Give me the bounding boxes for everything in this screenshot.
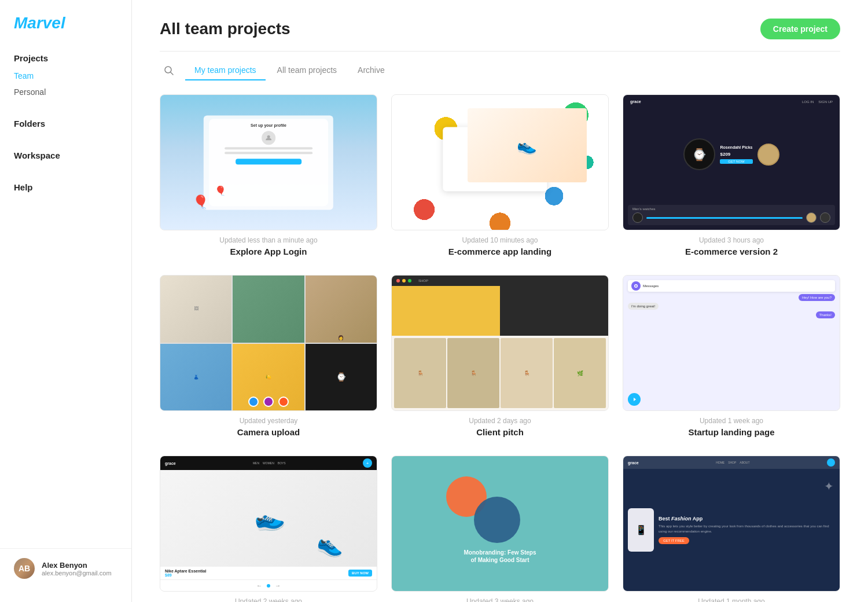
project-updated: Updated 10 minutes ago bbox=[462, 236, 538, 244]
project-updated: Updated 1 month ago bbox=[698, 597, 764, 602]
tab-archive[interactable]: Archive bbox=[348, 61, 394, 80]
svg-point-4 bbox=[635, 285, 637, 287]
tabs-bar: My team projects All team projects Archi… bbox=[132, 52, 868, 80]
project-updated: Updated 3 hours ago bbox=[699, 236, 764, 244]
project-card[interactable]: grace MENWOMENBOYS + 👟 👟 Nike Aptare Ess… bbox=[160, 456, 377, 602]
avatar-initials: AB bbox=[14, 558, 35, 579]
project-updated: Updated 2 days ago bbox=[469, 417, 531, 425]
tab-my-team-projects[interactable]: My team projects bbox=[185, 61, 266, 80]
project-updated: Updated 3 weeks ago bbox=[466, 597, 534, 602]
project-updated: Updated less than a minute ago bbox=[219, 236, 317, 244]
tab-all-team-projects[interactable]: All team projects bbox=[268, 61, 346, 80]
search-icon bbox=[164, 65, 174, 76]
project-thumbnail: grace LOG IN SIGN UP ⌚ Rosendahl Picks $… bbox=[623, 94, 840, 230]
project-name: Client pitch bbox=[476, 427, 524, 437]
project-updated: Updated 1 week ago bbox=[700, 417, 763, 425]
project-card[interactable]: 🖼 👩 👗 🍋 ⌚ Updated yesterday Camera uploa… bbox=[160, 275, 377, 437]
project-thumbnail: grace MENWOMENBOYS + 👟 👟 Nike Aptare Ess… bbox=[160, 456, 377, 592]
svg-line-1 bbox=[171, 72, 173, 75]
main-content: All team projects Create project My team… bbox=[132, 0, 868, 602]
svg-marker-5 bbox=[634, 398, 636, 401]
projects-nav-group: Projects Team Personal bbox=[0, 51, 131, 100]
project-updated: Updated 2 weeks ago bbox=[235, 597, 302, 602]
project-card[interactable]: Messages Hey! How are you? I'm doing gre… bbox=[623, 275, 840, 437]
user-info: Alex Benyon alex.benyon@gmail.com bbox=[42, 561, 117, 577]
project-thumbnail: 🖼 👩 👗 🍋 ⌚ bbox=[160, 275, 377, 411]
projects-label: Projects bbox=[0, 53, 131, 63]
project-card[interactable]: Set up your profile 🎈 🎈 Updated less tha… bbox=[160, 94, 377, 256]
search-icon-btn[interactable] bbox=[160, 61, 178, 80]
sidebar: Marvel Projects Team Personal Folders Wo… bbox=[0, 0, 132, 602]
project-name: E-commerce version 2 bbox=[685, 247, 778, 256]
projects-scroll: Set up your profile 🎈 🎈 Updated less tha… bbox=[132, 80, 868, 602]
project-name: Camera upload bbox=[237, 427, 300, 437]
project-card[interactable]: grace HOMESHOPABOUT 📱 Best Fashion App T… bbox=[623, 456, 840, 602]
project-card[interactable]: SHOP 🪑 🪑 🪑 🌿 Updated 2 days ago Client p… bbox=[391, 275, 609, 437]
project-card[interactable]: Six Lee Color Shoes $ 28! BUY NOW 👟 Upda… bbox=[391, 94, 609, 256]
sidebar-item-personal[interactable]: Personal bbox=[0, 84, 131, 100]
sidebar-item-team[interactable]: Team bbox=[0, 68, 131, 84]
project-thumbnail: SHOP 🪑 🪑 🪑 🌿 bbox=[391, 275, 609, 411]
help-label: Help bbox=[0, 173, 131, 196]
workspace-nav-group: Workspace bbox=[0, 141, 131, 164]
project-thumbnail: grace HOMESHOPABOUT 📱 Best Fashion App T… bbox=[623, 456, 840, 592]
project-updated: Updated yesterday bbox=[240, 417, 298, 425]
project-thumbnail: Set up your profile 🎈 🎈 bbox=[160, 94, 377, 230]
project-thumbnail: Monobranding: Few Stepsof Making Good St… bbox=[391, 456, 609, 592]
project-thumbnail: Messages Hey! How are you? I'm doing gre… bbox=[623, 275, 840, 411]
user-email: alex.benyon@gmail.com bbox=[42, 570, 117, 577]
project-card[interactable]: Monobranding: Few Stepsof Making Good St… bbox=[391, 456, 609, 602]
workspace-label: Workspace bbox=[0, 141, 131, 164]
user-profile[interactable]: AB Alex Benyon alex.benyon@gmail.com bbox=[0, 548, 131, 588]
marvel-logo-text: Marvel bbox=[14, 14, 65, 32]
project-thumbnail: Six Lee Color Shoes $ 28! BUY NOW 👟 bbox=[391, 94, 609, 230]
project-card[interactable]: grace LOG IN SIGN UP ⌚ Rosendahl Picks $… bbox=[623, 94, 840, 256]
project-name: E-commerce app landing bbox=[448, 247, 551, 256]
create-project-button[interactable]: Create project bbox=[760, 19, 840, 39]
project-name: Startup landing page bbox=[688, 427, 774, 437]
sidebar-nav: Projects Team Personal Folders Workspace… bbox=[0, 51, 131, 548]
avatar: AB bbox=[14, 558, 35, 579]
svg-point-0 bbox=[165, 67, 171, 73]
projects-grid: Set up your profile 🎈 🎈 Updated less tha… bbox=[160, 94, 840, 602]
logo[interactable]: Marvel bbox=[0, 14, 131, 51]
user-name: Alex Benyon bbox=[42, 561, 117, 570]
project-name: Explore App Login bbox=[230, 247, 307, 256]
main-header: All team projects Create project bbox=[132, 0, 868, 39]
help-nav-group: Help bbox=[0, 173, 131, 196]
svg-point-2 bbox=[267, 135, 270, 138]
page-title: All team projects bbox=[160, 20, 290, 38]
folders-label: Folders bbox=[0, 109, 131, 132]
folders-nav-group: Folders bbox=[0, 109, 131, 132]
